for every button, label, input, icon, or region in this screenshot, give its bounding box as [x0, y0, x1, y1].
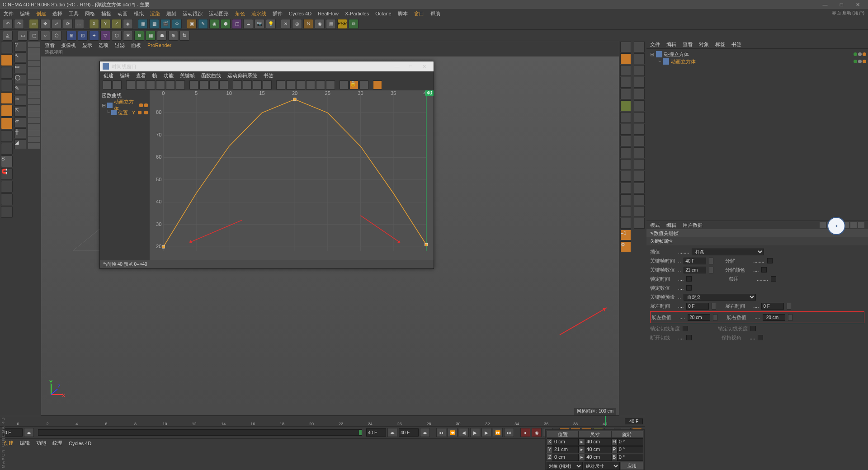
selection-poly-icon[interactable]: ⬠ — [52, 31, 61, 41]
primitive-cube-icon[interactable]: ▣ — [187, 19, 197, 29]
menu-插件[interactable]: 插件 — [273, 10, 283, 17]
extrude-icon[interactable]: ⇱ — [14, 107, 26, 117]
environment-icon[interactable]: ☁ — [243, 19, 253, 29]
duplicate-icon[interactable]: ⧉ — [349, 19, 359, 29]
brush-icon[interactable]: ✎ — [14, 85, 26, 95]
menu-编辑[interactable]: 编辑 — [120, 72, 130, 79]
coord-system-icon[interactable]: ◈ — [123, 19, 133, 29]
locked-workplane-icon[interactable] — [1, 193, 13, 205]
menu-Cycles 4D[interactable]: Cycles 4D — [289, 11, 311, 16]
menu-Cycles 4D[interactable]: Cycles 4D — [69, 441, 91, 446]
maximize-button[interactable]: □ — [834, 0, 849, 9]
playhead-marker[interactable] — [605, 416, 606, 426]
menu-脚本[interactable]: 脚本 — [398, 10, 408, 17]
soft-select-icon[interactable]: ◯ — [14, 74, 26, 84]
menu-雕刻[interactable]: 雕刻 — [166, 10, 176, 17]
tl-maximize-button[interactable]: □ — [404, 64, 417, 69]
substance-icon[interactable]: S — [303, 19, 313, 29]
nurbs-icon[interactable]: ◉ — [209, 19, 219, 29]
menu-创建[interactable]: 创建 — [104, 72, 113, 79]
dynamics-icon[interactable]: ⬡ — [112, 31, 122, 41]
render-region-icon[interactable]: ▩ — [149, 19, 159, 29]
menu-渲染[interactable]: 渲染 — [150, 10, 160, 17]
tree-row[interactable]: └动画立方体 — [648, 58, 866, 65]
camera-icon[interactable]: 📷 — [255, 19, 264, 29]
menu-文件[interactable]: 文件 — [650, 41, 660, 48]
constraint-icon[interactable]: ⊕ — [168, 31, 178, 41]
track-toggle-icon[interactable] — [139, 103, 143, 107]
selection-live-icon[interactable]: ▭ — [18, 31, 28, 41]
coord-pos-input[interactable]: 0 cm — [553, 454, 579, 461]
left-value-input[interactable] — [688, 314, 710, 321]
current-frame-input[interactable] — [366, 428, 386, 437]
break-tangent-checkbox[interactable] — [686, 335, 692, 340]
menu-捕捉[interactable]: 捕捉 — [101, 10, 111, 17]
linear-tangent-icon[interactable] — [233, 80, 242, 89]
coord-pos-input[interactable]: 0 cm — [553, 438, 579, 446]
cloth-icon[interactable]: ▦ — [146, 31, 156, 41]
coord-apply-button[interactable]: 应用 — [621, 462, 643, 470]
disable-checkbox[interactable] — [771, 276, 776, 282]
menu-查看[interactable]: 查看 — [45, 42, 55, 49]
workplane-lock-icon[interactable] — [1, 181, 13, 193]
lock-icon[interactable]: 🔒 — [349, 80, 359, 89]
menu-选项[interactable]: 选项 — [99, 42, 108, 49]
tl-minimize-button[interactable]: — — [390, 64, 404, 69]
menu-流水线[interactable]: 流水线 — [251, 10, 266, 17]
octane-icon[interactable]: ◎ — [292, 19, 302, 29]
tree-row[interactable]: ⊟碰撞立方体 — [648, 51, 866, 58]
snap-icon[interactable]: S — [1, 155, 13, 167]
tweak-icon[interactable] — [1, 143, 13, 155]
deformer-icon[interactable]: ◫ — [232, 19, 242, 29]
effector-icon[interactable]: ▽ — [100, 31, 110, 41]
lock-tan-angle-checkbox[interactable] — [683, 326, 688, 331]
coord-size-input[interactable]: 40 cm — [585, 454, 611, 461]
tag-icon[interactable] — [863, 52, 866, 56]
coord-mode2-select[interactable]: 绝对尺寸 — [584, 462, 620, 470]
edge-mode-icon[interactable] — [1, 105, 13, 117]
fcurve-track-list[interactable]: 函数曲线 ⊟动画立方体└位置 . Y — [100, 90, 150, 260]
browser-icon[interactable]: ▤ — [326, 19, 336, 29]
reset-psr-icon[interactable]: =1 — [620, 230, 631, 240]
menu-网格[interactable]: 网格 — [85, 10, 95, 17]
attr-menu-编辑[interactable]: 编辑 — [666, 222, 676, 229]
rf-icon[interactable]: ◉ — [315, 19, 325, 29]
menu-功能[interactable]: 功能 — [164, 72, 174, 79]
timeline-end-field[interactable] — [625, 418, 643, 424]
selection-rect-icon[interactable]: ▢ — [29, 31, 39, 41]
xp-icon[interactable]: ✕ — [281, 19, 291, 29]
left-time-input[interactable] — [686, 303, 709, 310]
render-view-icon[interactable]: ▦ — [138, 19, 148, 29]
light-icon[interactable]: 💡 — [266, 19, 276, 29]
menu-对象[interactable]: 对象 — [699, 41, 709, 48]
next-frame-icon[interactable]: ▶ — [481, 428, 491, 437]
menu-编辑[interactable]: 编辑 — [666, 41, 676, 48]
mograph-fracture-icon[interactable]: ✦ — [89, 31, 99, 41]
hair-icon[interactable]: ≋ — [134, 31, 144, 41]
scale-tool-icon[interactable]: ⤢ — [52, 19, 61, 29]
range-slider[interactable] — [38, 429, 362, 436]
arrow-left-icon[interactable] — [820, 222, 826, 228]
generator-icon[interactable]: ⬢ — [221, 19, 231, 29]
layout-dropdown[interactable]: 界面 启动 (用户) — [832, 10, 864, 16]
menu-创建[interactable]: 创建 — [36, 10, 46, 17]
minimize-button[interactable]: — — [817, 0, 833, 9]
globe-icon[interactable] — [1, 42, 13, 53]
menu-运动图形[interactable]: 运动图形 — [209, 10, 229, 17]
menu-Octane[interactable]: Octane — [375, 11, 391, 16]
menu-模拟[interactable]: 模拟 — [134, 10, 144, 17]
menu-过滤[interactable]: 过滤 — [115, 42, 125, 49]
rect-select-icon[interactable]: ▭ — [14, 63, 26, 73]
move-tool-icon[interactable]: ✥ — [40, 19, 50, 29]
attr-menu-用户数据[interactable]: 用户数据 — [683, 222, 703, 229]
range-start-input[interactable] — [3, 428, 23, 437]
coord-rot-input[interactable]: 0 ° — [618, 438, 643, 446]
menu-帧[interactable]: 帧 — [152, 72, 157, 79]
tl-mode-icon[interactable] — [103, 80, 112, 89]
menu-编辑[interactable]: 编辑 — [20, 10, 30, 17]
autokey-icon[interactable]: ◉ — [532, 428, 542, 437]
redo-icon[interactable]: ↷ — [14, 19, 24, 29]
menu-角色[interactable]: 角色 — [235, 10, 245, 17]
undo-icon[interactable]: ↶ — [3, 19, 13, 29]
coord-rot-input[interactable]: 0 ° — [618, 454, 643, 461]
